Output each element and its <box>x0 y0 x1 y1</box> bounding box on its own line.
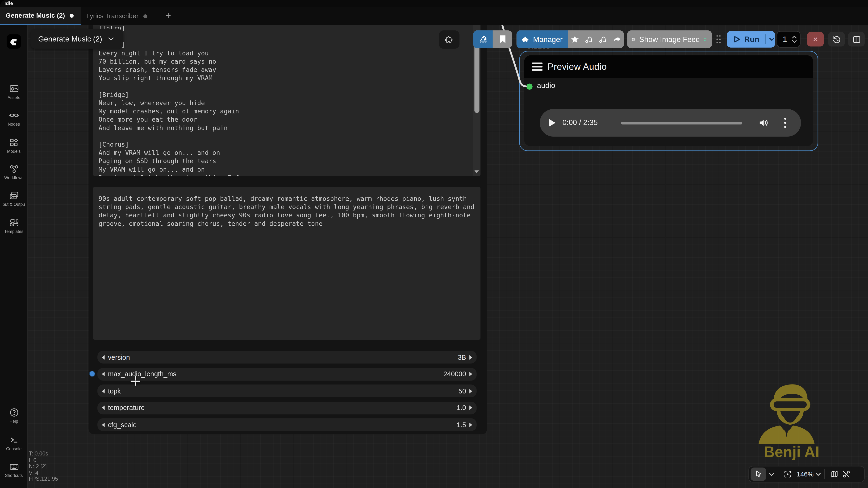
sidebar-item-models[interactable]: Models <box>0 137 28 154</box>
minimap-button[interactable] <box>828 470 840 479</box>
max-audio-length-input-port[interactable] <box>89 370 95 377</box>
toolbar-drag-handle[interactable] <box>716 34 721 44</box>
queue-count-stepper[interactable]: 1 <box>777 31 801 47</box>
sidebar-item-shortcuts[interactable]: Shortcuts <box>0 461 28 478</box>
show-image-feed-button[interactable]: Show Image Feed <box>627 30 712 48</box>
fit-view-button[interactable] <box>782 470 794 479</box>
seek-bar[interactable] <box>621 121 742 124</box>
sidebar: Assets Nodes Models Workflows put & Outp… <box>0 25 28 488</box>
audio-player[interactable]: 0:00 / 2:35 <box>540 109 801 136</box>
increment-arrow-icon[interactable] <box>469 422 472 427</box>
widget-name: topk <box>108 387 121 395</box>
widget-version[interactable]: version 3B <box>97 351 477 363</box>
increment-arrow-icon[interactable] <box>469 355 472 360</box>
decrement-arrow-icon[interactable] <box>102 422 105 427</box>
crane-icon <box>478 34 488 44</box>
cancel-button[interactable]: × <box>807 32 824 46</box>
bookmark-icon <box>498 35 506 44</box>
decrement-arrow-icon[interactable] <box>102 355 105 360</box>
node-graph-canvas[interactable]: Benji AI [Intro] [Verse] Every night I t… <box>28 25 868 488</box>
stat-version: V: 4 <box>29 469 58 476</box>
divider <box>778 469 778 479</box>
sidebar-label: Help <box>9 419 18 424</box>
workflow-selector[interactable]: Generate Music (2) <box>30 29 123 48</box>
audio-input-port[interactable] <box>526 84 533 90</box>
prompt-textarea[interactable]: 90s adult contemporary soft pop ballad, … <box>93 187 480 340</box>
node-header[interactable]: Preview Audio <box>524 55 813 78</box>
widget-max-audio-length[interactable]: max_audio_length_ms 240000 <box>97 368 477 381</box>
increment-arrow-icon[interactable] <box>469 389 472 393</box>
sidebar-label: put & Outpu <box>3 202 25 207</box>
clean-workflow-button[interactable] <box>582 35 596 44</box>
tab-generate-music[interactable]: Generate Music (2) <box>0 7 81 25</box>
widget-topk[interactable]: topk 50 <box>97 385 477 397</box>
sidebar-label: Templates <box>4 229 23 234</box>
workflow-selector-label: Generate Music (2) <box>38 35 102 43</box>
show-image-feed-label: Show Image Feed <box>639 35 700 43</box>
increment-arrow-icon[interactable] <box>469 405 472 410</box>
widget-temperature[interactable]: temperature 1.0 <box>97 401 477 414</box>
history-button[interactable] <box>828 32 845 46</box>
extensions-button[interactable] <box>439 30 460 48</box>
zoom-level[interactable]: 146% <box>797 470 813 478</box>
sidebar-item-workflows[interactable]: Workflows <box>0 164 28 181</box>
toggle-panel-button[interactable] <box>848 32 865 46</box>
sidebar-item-templates[interactable]: Templates <box>0 217 28 234</box>
step-up-icon[interactable] <box>792 35 797 39</box>
step-down-icon[interactable] <box>792 40 797 43</box>
widget-name: version <box>108 353 130 361</box>
manager-label: Manager <box>533 35 563 43</box>
prompt-text: 90s adult contemporary soft pop ballad, … <box>99 195 475 228</box>
manager-button[interactable]: Manager <box>517 30 568 48</box>
decrement-arrow-icon[interactable] <box>102 389 105 393</box>
sidebar-label: Nodes <box>8 122 20 127</box>
sidebar-item-nodes[interactable]: Nodes <box>0 110 28 127</box>
zoom-chevron-icon[interactable] <box>815 472 820 476</box>
tab-lyrics-transcriber[interactable]: Lyrics Transcriber <box>81 7 157 25</box>
run-button[interactable]: Run <box>727 31 775 47</box>
pointer-tool-button[interactable] <box>750 467 766 481</box>
decrement-arrow-icon[interactable] <box>102 372 105 376</box>
comfyui-logo[interactable] <box>7 34 21 49</box>
port-label: audio <box>537 81 555 90</box>
volume-icon[interactable] <box>758 118 769 128</box>
bookmark-button[interactable] <box>493 30 512 48</box>
share-button[interactable] <box>610 35 624 44</box>
increment-arrow-icon[interactable] <box>469 372 472 376</box>
node-menu-icon[interactable] <box>532 63 542 71</box>
input-output-icon <box>8 190 19 201</box>
tool-chevron-icon[interactable] <box>769 472 774 476</box>
widget-cfg-scale[interactable]: cfg_scale 1.5 <box>97 418 477 431</box>
sidebar-item-input-output[interactable]: put & Outpu <box>0 190 28 207</box>
widget-value: 240000 <box>443 370 466 378</box>
refresh-icon <box>703 35 707 44</box>
kebab-menu-icon[interactable] <box>784 118 786 129</box>
clean-all-button[interactable] <box>596 35 610 44</box>
lyrics-textarea[interactable]: [Intro] [Verse] Every night I try to loa… <box>93 25 480 176</box>
play-icon[interactable] <box>548 118 556 127</box>
sidebar-item-console[interactable]: Console <box>0 435 28 451</box>
preview-audio-node[interactable]: Preview Audio audio 0:00 / 2:35 <box>524 55 813 146</box>
widget-name: max_audio_length_ms <box>108 370 177 378</box>
toggle-links-button[interactable] <box>840 470 852 479</box>
sidebar-item-assets[interactable]: Assets <box>0 84 28 100</box>
window-status-bar: Idle <box>0 0 868 7</box>
new-tab-button[interactable]: + <box>163 9 174 23</box>
workflows-icon <box>8 164 19 174</box>
crane-toggle-button[interactable] <box>473 30 493 48</box>
music-generation-node[interactable]: [Intro] [Verse] Every night I try to loa… <box>89 25 487 434</box>
run-options-chevron-icon[interactable] <box>769 37 775 41</box>
nodes-icon <box>8 110 19 121</box>
watermark-text: Benji AI <box>764 444 819 460</box>
scroll-down-button[interactable] <box>473 167 480 176</box>
shortcuts-icon <box>8 461 19 472</box>
sidebar-item-help[interactable]: Help <box>0 407 28 424</box>
vacuum-icon <box>598 35 608 44</box>
stat-fps: FPS:121.95 <box>29 476 58 482</box>
help-icon <box>8 407 19 418</box>
decrement-arrow-icon[interactable] <box>102 405 105 410</box>
widget-value: 1.0 <box>457 404 466 412</box>
share-icon <box>612 35 621 44</box>
favorites-button[interactable] <box>568 35 582 44</box>
models-icon <box>8 137 19 148</box>
